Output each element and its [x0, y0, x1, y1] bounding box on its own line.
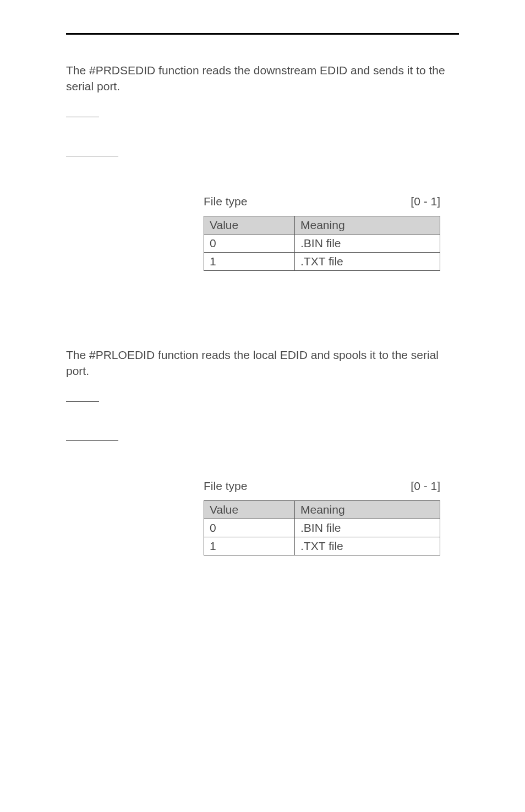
table-row: 0 .BIN file: [204, 519, 440, 537]
table-row: 1 .TXT file: [204, 537, 440, 555]
header-rule: [66, 33, 459, 35]
table-cell: .BIN file: [295, 234, 440, 252]
table-cell: .TXT file: [295, 252, 440, 270]
table-cell: .TXT file: [295, 537, 440, 555]
underline-1b: [66, 156, 118, 156]
param-table: Value Meaning 0 .BIN file 1 .TXT file: [204, 500, 440, 555]
table-row: 0 .BIN file: [204, 234, 440, 252]
param-table: Value Meaning 0 .BIN file 1 .TXT file: [204, 216, 440, 271]
table-row: 1 .TXT file: [204, 252, 440, 270]
underline-2a: [66, 401, 99, 402]
table-row: Value Meaning: [204, 216, 440, 234]
param-block-1: File type [0 - 1] Value Meaning 0 .BIN f…: [204, 195, 459, 271]
table-cell: 1: [204, 252, 295, 270]
param-range: [0 - 1]: [411, 479, 440, 493]
table-header: Meaning: [295, 216, 440, 234]
param-range: [0 - 1]: [411, 195, 440, 208]
table-header: Meaning: [295, 500, 440, 519]
underline-1a: [66, 117, 99, 117]
param-label: File type: [204, 479, 247, 493]
table-row: Value Meaning: [204, 500, 440, 519]
table-cell: 0: [204, 519, 295, 537]
param-label: File type: [204, 195, 247, 208]
table-header: Value: [204, 500, 295, 519]
table-cell: 1: [204, 537, 295, 555]
table-cell: 0: [204, 234, 295, 252]
table-header: Value: [204, 216, 295, 234]
section-description: The #PRLOEDID function reads the local E…: [66, 347, 459, 379]
table-cell: .BIN file: [295, 519, 440, 537]
section-description: The #PRDSEDID function reads the downstr…: [66, 62, 459, 95]
param-block-2: File type [0 - 1] Value Meaning 0 .BIN f…: [204, 479, 459, 555]
underline-2b: [66, 440, 118, 441]
